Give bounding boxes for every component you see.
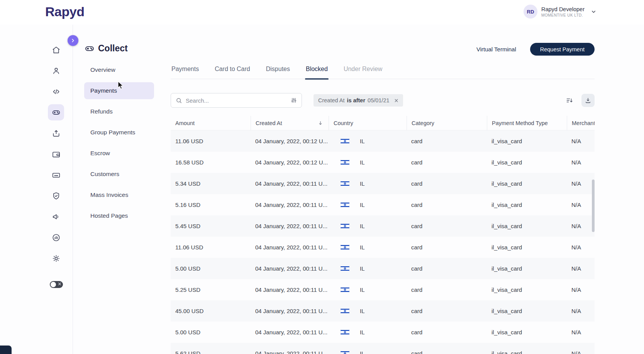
virtual-terminal-link[interactable]: Virtual Terminal: [476, 46, 516, 53]
expand-sidebar-button[interactable]: [68, 35, 78, 46]
col-payment-method-type[interactable]: Payment Method Type: [487, 116, 567, 130]
col-merchant[interactable]: Merchant: [567, 116, 595, 130]
payment-method-cell: il_visa_card: [487, 300, 567, 322]
toggle-knob: [51, 282, 56, 287]
country-code: IL: [360, 265, 365, 272]
israel-flag-icon: [341, 159, 349, 165]
rail-item-announcement[interactable]: [48, 208, 64, 225]
rail-item-developers[interactable]: [48, 83, 64, 100]
header-actions: Virtual Terminal Request Payment: [476, 43, 595, 56]
country-code: IL: [360, 329, 365, 335]
tab-under-review[interactable]: Under Review: [343, 66, 383, 79]
col-amount[interactable]: Amount: [171, 116, 251, 130]
amount-cell: 16.58 USD: [171, 152, 251, 173]
sort-icon: [566, 97, 573, 104]
table-row[interactable]: 5.45 USD 04 January, 2022, 00:11 U... IL…: [171, 215, 595, 237]
table-row[interactable]: 11.06 USD 04 January, 2022, 00:12 U... I…: [171, 130, 595, 152]
payment-method-cell: il_visa_card: [487, 343, 567, 354]
table-scrollbar[interactable]: [592, 180, 595, 232]
merchant-cell: N/A: [567, 322, 595, 343]
toggle-x-icon: [58, 282, 61, 286]
table-row[interactable]: 5.62 USD 04 January, 2022, 00:11 U... IL…: [171, 343, 595, 354]
sidebar-item-customers[interactable]: Customers: [84, 166, 154, 183]
help-widget[interactable]: [0, 346, 12, 354]
country-cell: IL: [329, 322, 407, 343]
sidebar-item-hosted-pages[interactable]: Hosted Pages: [84, 207, 154, 224]
sidebar-menu: Overview Payments Refunds Group Payments…: [84, 61, 154, 224]
avatar: RD: [524, 5, 537, 19]
filter-chip[interactable]: Created At is after 05/01/21: [314, 94, 403, 107]
country-code: IL: [360, 286, 365, 293]
merchant-cell: N/A: [567, 258, 595, 279]
country-code: IL: [360, 159, 365, 166]
merchant-cell: N/A: [567, 152, 595, 173]
country-cell: IL: [329, 300, 407, 322]
rail-item-settings[interactable]: [48, 250, 64, 266]
table-row[interactable]: 5.00 USD 04 January, 2022, 00:11 U... IL…: [171, 322, 595, 343]
category-cell: card: [407, 152, 487, 173]
tab-label: Card to Card: [215, 66, 250, 72]
col-country[interactable]: Country: [329, 116, 407, 130]
category-cell: card: [407, 343, 487, 354]
amount-cell: 5.25 USD: [171, 279, 251, 300]
amount-cell: 11.06 USD: [171, 130, 251, 152]
request-payment-button[interactable]: Request Payment: [530, 43, 595, 56]
rail-item-disburse[interactable]: [48, 125, 64, 141]
chevron-down-icon[interactable]: [591, 9, 597, 15]
table-row[interactable]: 16.58 USD 04 January, 2022, 00:12 U... I…: [171, 152, 595, 173]
tab-disputes[interactable]: Disputes: [265, 66, 291, 79]
sidebar-item-group-payments[interactable]: Group Payments: [84, 124, 154, 141]
sidebar-item-label: Payments: [90, 87, 117, 94]
rail-item-analytics[interactable]: [48, 229, 64, 246]
filter-sliders-icon[interactable]: [291, 97, 297, 103]
tab-label: Under Review: [344, 66, 382, 72]
table-row[interactable]: 5.16 USD 04 January, 2022, 00:11 U... IL…: [171, 194, 595, 215]
rail-item-collect[interactable]: [48, 104, 64, 120]
rail-item-wallet[interactable]: [48, 146, 64, 162]
main-content: Virtual Terminal Request Payment Payment…: [171, 25, 595, 354]
user-org: MOMENTIVE UK LTD.: [541, 13, 585, 17]
sidebar-item-overview[interactable]: Overview: [84, 61, 154, 78]
sidebar-item-refunds[interactable]: Refunds: [84, 103, 154, 120]
download-button[interactable]: [581, 94, 595, 107]
sidebar-item-payments[interactable]: Payments: [84, 82, 154, 99]
payment-method-cell: il_visa_card: [487, 258, 567, 279]
tab-payments[interactable]: Payments: [171, 66, 200, 79]
rail-item-customers[interactable]: [48, 63, 64, 79]
country-cell: IL: [329, 237, 407, 258]
tab-blocked[interactable]: Blocked: [305, 66, 329, 79]
col-category[interactable]: Category: [407, 116, 487, 130]
tab-label: Blocked: [306, 66, 328, 72]
merchant-cell: N/A: [567, 343, 595, 354]
customers-icon: [52, 66, 61, 75]
sidebar-item-mass-invoices[interactable]: Mass Invoices: [84, 186, 154, 203]
table-row[interactable]: 11.06 USD 04 January, 2022, 00:11 U... I…: [171, 237, 595, 258]
israel-flag-icon: [341, 329, 349, 335]
israel-flag-icon: [341, 223, 349, 229]
table-row[interactable]: 5.25 USD 04 January, 2022, 00:11 U... IL…: [171, 279, 595, 300]
tab-card-to-card[interactable]: Card to Card: [214, 66, 251, 79]
created-at-cell: 04 January, 2022, 00:11 U...: [251, 300, 329, 322]
payment-method-cell: il_visa_card: [487, 215, 567, 237]
table-row[interactable]: 45.00 USD 04 January, 2022, 00:11 U... I…: [171, 300, 595, 322]
analytics-icon: [52, 233, 61, 242]
rail-item-card[interactable]: [48, 167, 64, 183]
amount-cell: 5.16 USD: [171, 194, 251, 215]
rail-item-verify[interactable]: [48, 188, 64, 204]
sort-button[interactable]: [563, 94, 576, 107]
search-input[interactable]: [186, 97, 287, 104]
chip-close-icon[interactable]: [394, 98, 398, 103]
rapyd-logo: Rapyd: [45, 4, 84, 19]
country-cell: IL: [329, 279, 407, 300]
sidebar-title: Collect: [85, 43, 128, 54]
col-created-at[interactable]: Created At: [251, 116, 329, 130]
merchant-cell: N/A: [567, 173, 595, 194]
table-row[interactable]: 5.34 USD 04 January, 2022, 00:11 U... IL…: [171, 173, 595, 194]
table-row[interactable]: 5.00 USD 04 January, 2022, 00:11 U... IL…: [171, 258, 595, 279]
user-menu[interactable]: RD Rapyd Developer MOMENTIVE UK LTD.: [524, 5, 597, 19]
wallet-icon: [52, 150, 61, 159]
sidebar-item-escrow[interactable]: Escrow: [84, 145, 154, 162]
rail-item-home[interactable]: [48, 42, 64, 58]
category-cell: card: [407, 215, 487, 237]
sandbox-toggle[interactable]: [50, 281, 63, 288]
